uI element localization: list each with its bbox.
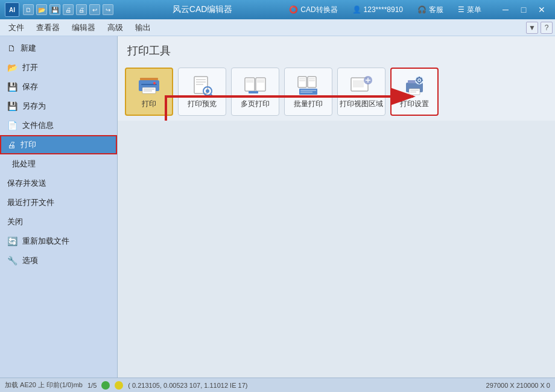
print-icon[interactable]: 🖨 xyxy=(63,4,74,15)
tool-settings[interactable]: 打印设置 xyxy=(390,68,439,116)
maximize-btn[interactable]: □ xyxy=(515,3,532,16)
svg-rect-4 xyxy=(144,89,154,90)
sidebar-item-reload[interactable]: 🔄 重新加载文件 xyxy=(0,232,117,251)
user-icon: 👤 xyxy=(352,5,361,14)
sidebar-item-new[interactable]: 🗋 新建 xyxy=(0,39,117,58)
tool-viewarea-label: 打印视图区域 xyxy=(340,99,383,109)
tool-settings-label: 打印设置 xyxy=(400,99,429,109)
sidebar-print-wrapper: 🖨 打印 xyxy=(0,135,117,154)
viewarea-icon xyxy=(349,75,373,96)
menu-output[interactable]: 输出 xyxy=(129,20,157,36)
options-icon: 🔧 xyxy=(7,256,17,265)
question-icon[interactable]: ? xyxy=(541,22,553,34)
status-left: 加载 AE20 上 印前(1/0)mb 1/5 ( 0.213105, 0.00… xyxy=(5,381,247,390)
svg-point-40 xyxy=(419,79,420,81)
toolbar-area: 打印 打印预览 xyxy=(118,63,555,121)
sidebar-item-options[interactable]: 🔧 选项 xyxy=(0,251,117,270)
open-icon: 📂 xyxy=(7,63,17,72)
sidebar-item-open[interactable]: 📂 打开 xyxy=(0,58,117,77)
open-file-icon[interactable]: 📂 xyxy=(36,4,47,15)
tool-preview-label: 打印预览 xyxy=(188,99,217,109)
minimize-btn[interactable]: ─ xyxy=(497,3,514,16)
menu-bar: 文件 查看器 编辑器 高级 输出 ▼ ? xyxy=(0,19,555,36)
help-icon[interactable]: ▼ xyxy=(526,22,538,34)
svg-rect-43 xyxy=(416,80,417,81)
tool-multipage[interactable]: 多页打印 xyxy=(231,68,279,116)
title-bar: AI 🗋 📂 💾 🖨 🖨 ↩ ↪ 风云CAD编辑器 ⭕ CAD转换器 👤 123… xyxy=(0,0,555,19)
svg-rect-8 xyxy=(196,79,206,80)
svg-rect-0 xyxy=(140,78,158,80)
svg-rect-23 xyxy=(299,80,305,81)
menu-btn[interactable]: ☰ 菜单 xyxy=(454,4,485,16)
print-tool-icon xyxy=(137,75,161,96)
new-file-icon[interactable]: 🗋 xyxy=(23,4,34,15)
sidebar-item-recentfiles[interactable]: 最近打开文件 xyxy=(0,193,117,212)
sidebar-item-savesend[interactable]: 保存并发送 xyxy=(0,174,117,193)
menu-editor[interactable]: 编辑器 xyxy=(66,20,101,36)
page-indicator: 1/5 xyxy=(87,382,97,389)
save-file-icon: 💾 xyxy=(7,82,17,92)
content-title: 打印工具 xyxy=(118,36,555,63)
canvas-area xyxy=(118,121,555,378)
window-controls: ─ □ ✕ xyxy=(497,3,550,16)
sidebar-item-batch[interactable]: 批处理 xyxy=(0,154,117,174)
cad-converter-icon: ⭕ xyxy=(289,5,298,14)
save-icon[interactable]: 💾 xyxy=(49,4,60,15)
redo-icon[interactable]: ↪ xyxy=(103,4,113,15)
print2-icon[interactable]: 🖨 xyxy=(76,4,87,15)
tool-batch[interactable]: 批量打印 xyxy=(284,68,332,116)
status-text: 加载 AE20 上 印前(1/0)mb xyxy=(5,381,83,390)
customer-service-btn[interactable]: 🎧 客服 xyxy=(414,4,447,16)
saveas-icon: 💾 xyxy=(7,101,17,111)
svg-rect-21 xyxy=(298,77,306,87)
svg-rect-36 xyxy=(410,90,419,90)
user-btn[interactable]: 👤 123****8910 xyxy=(349,4,407,15)
tool-print[interactable]: 打印 xyxy=(125,68,173,116)
svg-rect-5 xyxy=(144,90,152,92)
settings-icon xyxy=(402,75,427,96)
sidebar-item-fileinfo[interactable]: 📄 文件信息 xyxy=(0,116,117,135)
menu-viewer[interactable]: 查看器 xyxy=(30,20,66,36)
svg-rect-37 xyxy=(410,92,416,92)
close-btn[interactable]: ✕ xyxy=(533,3,550,16)
reload-icon: 🔄 xyxy=(7,236,17,246)
headset-icon: 🎧 xyxy=(417,5,427,14)
svg-point-13 xyxy=(206,89,209,93)
sidebar-item-saveas[interactable]: 💾 另存为 xyxy=(0,96,117,116)
status-bar: 加载 AE20 上 印前(1/0)mb 1/5 ( 0.213105, 0.00… xyxy=(0,378,555,392)
sidebar-item-print[interactable]: 🖨 打印 xyxy=(0,135,117,154)
content-area: 打印工具 打印 xyxy=(118,36,555,378)
menu-icon: ☰ xyxy=(458,5,465,14)
fileinfo-icon: 📄 xyxy=(7,121,17,130)
svg-rect-10 xyxy=(196,84,203,85)
new-icon: 🗋 xyxy=(7,43,16,53)
menu-bar-right: ▼ ? xyxy=(526,22,553,34)
main-area: 🗋 新建 📂 打开 💾 保存 💾 另存为 📄 文件信息 🖨 打印 xyxy=(0,36,555,378)
svg-rect-15 xyxy=(246,80,253,81)
svg-rect-9 xyxy=(196,81,206,83)
svg-rect-24 xyxy=(308,77,316,87)
app-logo: AI xyxy=(5,2,19,17)
tool-viewarea[interactable]: 打印视图区域 xyxy=(337,68,385,116)
tool-multipage-label: 多页打印 xyxy=(241,99,270,109)
app-title: 风云CAD编辑器 xyxy=(119,4,285,15)
tool-print-preview[interactable]: 打印预览 xyxy=(178,68,226,116)
print-sidebar-icon: 🖨 xyxy=(7,140,16,150)
svg-rect-28 xyxy=(300,90,316,91)
svg-rect-32 xyxy=(353,80,364,87)
menu-file[interactable]: 文件 xyxy=(2,20,30,36)
svg-rect-29 xyxy=(300,92,312,93)
svg-rect-22 xyxy=(299,78,305,80)
title-bar-right: ⭕ CAD转换器 👤 123****8910 🎧 客服 ☰ 菜单 ─ □ ✕ xyxy=(285,3,550,16)
batch-print-icon xyxy=(296,75,320,96)
print-preview-icon xyxy=(190,75,214,96)
svg-rect-44 xyxy=(421,80,423,81)
svg-rect-19 xyxy=(257,81,264,83)
status-yellow xyxy=(115,381,123,390)
menu-advanced[interactable]: 高级 xyxy=(101,20,129,36)
svg-rect-26 xyxy=(309,80,315,81)
sidebar-item-close[interactable]: 关闭 xyxy=(0,212,117,232)
cad-converter-btn[interactable]: ⭕ CAD转换器 xyxy=(285,4,341,16)
undo-icon[interactable]: ↩ xyxy=(89,4,100,15)
sidebar-item-save[interactable]: 💾 保存 xyxy=(0,77,117,96)
